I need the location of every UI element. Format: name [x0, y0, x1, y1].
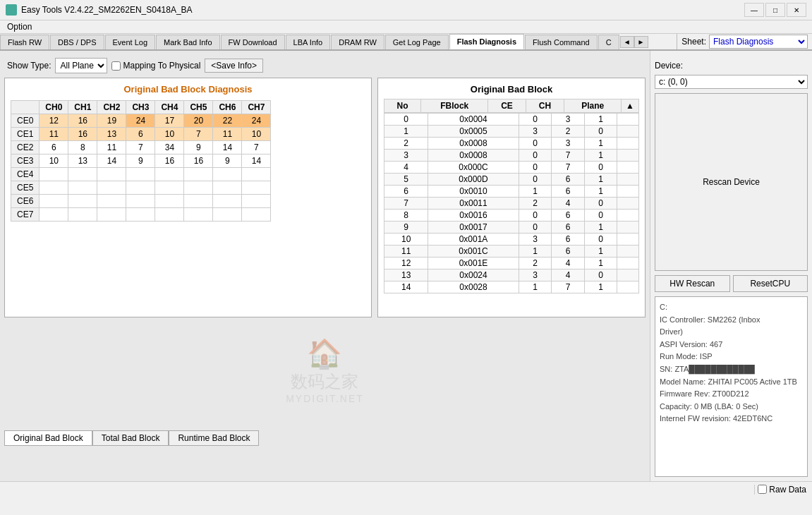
tab-lba-info[interactable]: LBA Info	[286, 35, 331, 49]
bb-row: 140x0028171	[384, 281, 639, 293]
bottom-tab-original[interactable]: Original Bad Block	[4, 430, 92, 446]
diag-header-ch0: CH0	[40, 101, 68, 114]
diag-cell	[213, 168, 242, 181]
rescan-device-button[interactable]: Rescan Device	[655, 93, 808, 271]
diag-cell: 6	[40, 141, 68, 154]
tab-dram-rw[interactable]: DRAM RW	[331, 35, 384, 49]
minimize-button[interactable]: —	[744, 3, 764, 17]
device-select[interactable]: c: (0, 0)	[655, 75, 808, 89]
diag-cell	[40, 168, 68, 181]
diag-cell: 16	[68, 114, 97, 128]
bb-row: 120x001E241	[384, 258, 639, 269]
diag-cell: 17	[155, 114, 184, 128]
bb-cell: 0	[584, 126, 617, 138]
bb-cell-scroll	[617, 258, 639, 269]
diag-cell	[68, 168, 97, 181]
tab-flash-rw[interactable]: Flash RW	[0, 35, 49, 49]
bottom-tab-runtime[interactable]: Runtime Bad Block	[169, 430, 259, 446]
tab-dbs-dps[interactable]: DBS / DPS	[50, 35, 104, 49]
diag-row-label: CE7	[11, 208, 40, 222]
diag-cell: 7	[184, 128, 213, 141]
mapping-checkbox[interactable]	[111, 61, 121, 71]
bb-cell: 2	[552, 126, 585, 138]
tab-get-log-page[interactable]: Get Log Page	[385, 35, 449, 49]
bb-cell: 9	[384, 222, 428, 234]
diag-cell	[213, 208, 242, 222]
bb-cell: 0x000C	[428, 162, 519, 174]
mapping-checkbox-label[interactable]: Mapping To Physical	[111, 61, 200, 71]
bb-cell: 1	[584, 222, 617, 234]
diag-row-label: CE2	[11, 141, 40, 154]
bb-cell: 0	[584, 234, 617, 246]
tab-c[interactable]: C	[598, 35, 619, 49]
tab-fw-download[interactable]: FW Download	[221, 35, 285, 49]
diag-cell	[155, 195, 184, 208]
reset-cpu-button[interactable]: ResetCPU	[733, 275, 808, 292]
diag-cell: 14	[213, 141, 242, 154]
bb-cell: 0x0024	[428, 269, 519, 281]
tab-flush-command[interactable]: Flush Command	[525, 35, 598, 49]
panels-row: Original Bad Block Diagnosis CH0 CH1 CH2…	[4, 78, 646, 317]
diag-row-label: CE1	[11, 128, 40, 141]
bb-cell-scroll	[617, 246, 639, 258]
diag-cell	[68, 208, 97, 222]
diag-cell: 10	[40, 154, 68, 168]
tab-mark-bad-info[interactable]: Mark Bad Info	[156, 35, 219, 49]
device-info: C:IC Controller: SM2262 (InboxDriver)ASP…	[655, 296, 808, 477]
bb-row: 20x0008031	[384, 138, 639, 150]
bb-cell-scroll	[617, 174, 639, 186]
bb-cell: 6	[552, 210, 585, 222]
device-label: Device:	[655, 61, 808, 71]
diag-cell: 22	[213, 114, 242, 128]
bb-cell: 8	[384, 210, 428, 222]
bb-cell: 0x0008	[428, 138, 519, 150]
raw-data-checkbox[interactable]	[758, 485, 767, 494]
bottom-tab-total[interactable]: Total Bad Block	[92, 430, 169, 446]
info-line: Firmware Rev: ZT00D212	[660, 388, 803, 401]
bb-header-ch: CH	[526, 99, 564, 113]
bb-scroll-area[interactable]: 00x000403110x000532020x000803130x0008071…	[384, 113, 639, 293]
diag-cell: 12	[40, 114, 68, 128]
tabs-bar: Flash RW DBS / DPS Event Log Mark Bad In…	[0, 34, 677, 49]
bb-cell: 1	[519, 246, 552, 258]
bb-cell-scroll	[617, 198, 639, 210]
diag-cell	[126, 195, 155, 208]
save-info-button[interactable]: <Save Info>	[205, 59, 263, 73]
bb-cell: 0	[519, 114, 552, 126]
diag-row-label: CE5	[11, 181, 40, 195]
title-bar: Easy Tools V2.4.22_SM2262EN_S0418A_BA — …	[0, 0, 812, 20]
diag-cell: 34	[155, 141, 184, 154]
bb-row: 100x001A360	[384, 234, 639, 246]
bb-cell: 6	[552, 222, 585, 234]
bb-cell: 3	[519, 269, 552, 281]
sheet-select[interactable]: Flash Diagnosis	[709, 35, 808, 49]
bb-cell: 13	[384, 269, 428, 281]
tab-flash-diagnosis[interactable]: Flash Diagnosis	[449, 34, 524, 49]
bb-row: 60x0010161	[384, 186, 639, 198]
bb-cell: 3	[552, 114, 585, 126]
maximize-button[interactable]: □	[765, 3, 785, 17]
bb-cell-scroll	[617, 186, 639, 198]
diag-header-ch7: CH7	[242, 101, 271, 114]
bb-row: 130x0024340	[384, 269, 639, 281]
diag-cell: 9	[184, 141, 213, 154]
diag-panel-title: Original Bad Block Diagnosis	[11, 84, 365, 95]
tab-prev-button[interactable]: ◄	[620, 36, 634, 48]
hw-rescan-button[interactable]: HW Rescan	[655, 275, 730, 292]
close-button[interactable]: ✕	[787, 3, 806, 17]
bottom-tabs: Original Bad Block Total Bad Block Runti…	[4, 430, 646, 446]
bb-cell-scroll	[617, 150, 639, 162]
menu-option[interactable]: Option	[3, 20, 36, 33]
diag-cell: 13	[68, 154, 97, 168]
bb-cell: 1	[584, 114, 617, 126]
diag-cell	[40, 208, 68, 222]
bb-cell: 4	[384, 162, 428, 174]
tab-event-log[interactable]: Event Log	[105, 35, 156, 49]
show-type-select[interactable]: All Plane Plane 0 Plane 1	[55, 58, 107, 73]
bb-cell: 0x0017	[428, 222, 519, 234]
raw-data-label[interactable]: Raw Data	[758, 485, 806, 495]
diag-cell: 13	[97, 128, 126, 141]
tab-next-button[interactable]: ►	[634, 36, 648, 48]
bb-cell-scroll	[617, 114, 639, 126]
diag-cell	[97, 168, 126, 181]
